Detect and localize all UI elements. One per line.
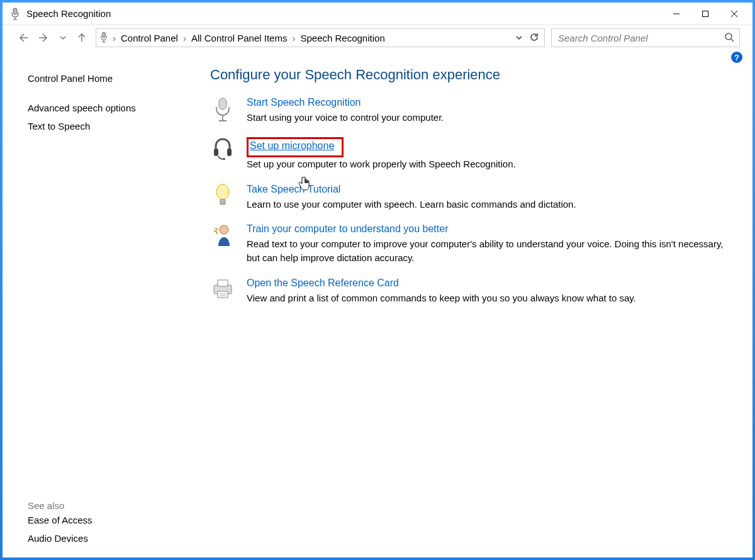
task-link-tutorial[interactable]: Take Speech Tutorial	[247, 184, 340, 195]
main-content: Configure your Speech Recognition experi…	[198, 63, 752, 557]
window: Speech Recognition › Cont	[3, 3, 752, 557]
task-start-speech: Start Speech Recognition Start using you…	[210, 97, 727, 125]
task-reference-card: Open the Speech Reference Card View and …	[210, 277, 727, 305]
up-button[interactable]	[74, 30, 89, 45]
breadcrumb-item[interactable]: Control Panel	[121, 33, 178, 43]
task-setup-mic: Set up microphone Set up your computer t…	[210, 137, 727, 171]
breadcrumb-sep-icon: ›	[113, 33, 116, 43]
task-desc: View and print a list of common commands…	[247, 291, 727, 305]
see-also-ease-of-access[interactable]: Ease of Access	[28, 511, 185, 529]
task-desc: Start using your voice to control your c…	[247, 111, 727, 125]
search-box[interactable]	[551, 28, 740, 47]
svg-rect-18	[218, 280, 228, 286]
svg-rect-0	[13, 8, 17, 14]
breadcrumb-sep-icon: ›	[292, 33, 295, 43]
body: Control Panel Home Advanced speech optio…	[3, 63, 752, 557]
task-train: Train your computer to understand you be…	[210, 223, 727, 265]
refresh-button[interactable]	[529, 32, 540, 44]
navigation-bar: › Control Panel › All Control Panel Item…	[3, 25, 752, 50]
breadcrumb-item[interactable]: Speech Recognition	[300, 33, 384, 43]
svg-point-12	[216, 184, 229, 199]
breadcrumb-item[interactable]: All Control Panel Items	[191, 33, 288, 43]
task-link-start-speech[interactable]: Start Speech Recognition	[247, 97, 361, 108]
svg-rect-10	[227, 148, 232, 156]
highlighted-box: Set up microphone	[247, 137, 344, 157]
see-also-audio-devices[interactable]: Audio Devices	[28, 529, 185, 547]
svg-line-7	[731, 39, 734, 42]
titlebar: Speech Recognition	[3, 3, 752, 25]
svg-rect-5	[102, 32, 105, 38]
sidebar-link-tts[interactable]: Text to Speech	[28, 117, 185, 135]
sidebar-link-advanced[interactable]: Advanced speech options	[28, 99, 185, 117]
svg-point-11	[223, 158, 225, 160]
address-microphone-icon	[100, 31, 108, 45]
task-link-setup-mic[interactable]: Set up microphone	[250, 140, 334, 152]
maximize-button[interactable]	[691, 4, 720, 23]
person-speaking-icon	[210, 223, 235, 265]
lightbulb-icon	[210, 184, 235, 211]
svg-point-6	[725, 33, 732, 40]
window-title: Speech Recognition	[26, 8, 111, 19]
sidebar: Control Panel Home Advanced speech optio…	[3, 63, 198, 557]
breadcrumb-sep-icon: ›	[183, 33, 186, 43]
svg-rect-19	[218, 291, 228, 298]
search-icon[interactable]	[724, 32, 734, 44]
back-button[interactable]	[15, 30, 30, 45]
task-tutorial: Take Speech Tutorial Learn to use your c…	[210, 184, 727, 211]
svg-point-16	[220, 225, 228, 234]
address-bar[interactable]: › Control Panel › All Control Panel Item…	[96, 28, 545, 47]
svg-rect-9	[214, 148, 218, 156]
task-desc: Learn to use your computer with speech. …	[247, 198, 727, 211]
control-panel-home-link[interactable]: Control Panel Home	[28, 69, 185, 87]
forward-button[interactable]	[36, 30, 52, 45]
printer-icon	[210, 277, 235, 305]
address-dropdown-button[interactable]	[515, 33, 527, 43]
svg-rect-13	[220, 199, 225, 204]
svg-rect-2	[703, 11, 708, 16]
task-desc: Read text to your computer to improve yo…	[247, 237, 727, 265]
task-link-reference[interactable]: Open the Speech Reference Card	[247, 277, 399, 289]
see-also-label: See also	[28, 488, 185, 511]
headset-icon	[210, 137, 235, 171]
minimize-button[interactable]	[662, 4, 691, 23]
microphone-icon	[210, 97, 235, 125]
task-link-train[interactable]: Train your computer to understand you be…	[247, 223, 448, 235]
close-button[interactable]	[720, 4, 749, 23]
search-input[interactable]	[557, 32, 724, 44]
help-row: ?	[3, 50, 752, 63]
help-icon[interactable]: ?	[731, 52, 742, 63]
app-microphone-icon	[9, 8, 21, 20]
svg-rect-8	[219, 98, 226, 109]
page-heading: Configure your Speech Recognition experi…	[210, 67, 727, 83]
task-desc: Set up your computer to work properly wi…	[247, 157, 727, 171]
recent-locations-button[interactable]	[58, 30, 68, 45]
